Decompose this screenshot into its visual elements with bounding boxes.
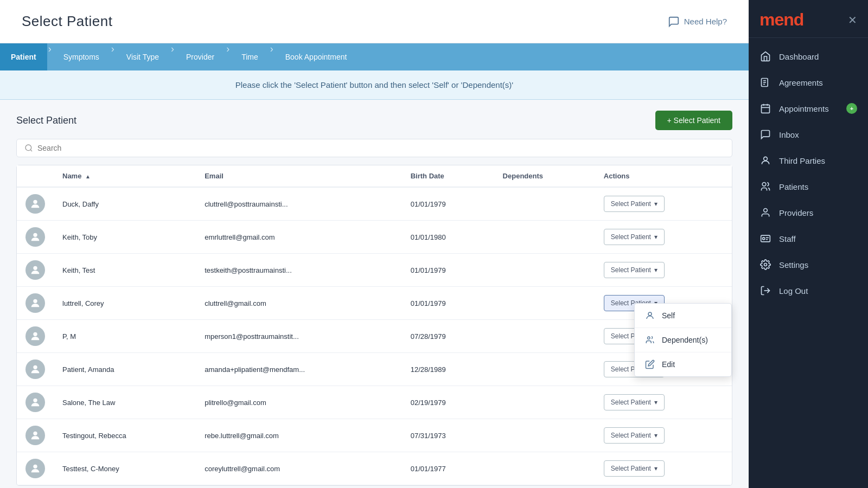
person-icon [644, 310, 655, 321]
step-time[interactable]: Time [231, 43, 269, 70]
search-icon [24, 144, 33, 152]
patient-name: P, M [54, 320, 196, 353]
avatar [25, 194, 45, 214]
dropdown-item-edit[interactable]: Edit [635, 352, 731, 376]
step-patient-label: Patient [11, 53, 36, 61]
main-content: Select Patient Need Help? Patient › Symp… [0, 0, 749, 488]
info-text: Please click the 'Select Patient' button… [235, 80, 513, 89]
appointments-badge: + [846, 103, 857, 114]
patient-birthdate: 01/01/1979 [402, 187, 494, 221]
step-symptoms[interactable]: Symptoms [53, 43, 110, 70]
patient-email: cluttrell@posttraumainsti... [196, 187, 402, 221]
dropdown-arrow-icon: ▾ [654, 200, 658, 208]
step-patient[interactable]: Patient [0, 43, 47, 70]
dropdown-arrow-icon: ▾ [654, 266, 658, 274]
svg-point-27 [33, 399, 37, 402]
sidebar-item-inbox[interactable]: Inbox [749, 121, 868, 147]
avatar [25, 260, 45, 280]
select-patient-button[interactable]: Select Patient ▾ [604, 196, 665, 212]
patient-email: amanda+plipatient@mendfam... [196, 353, 402, 386]
dropdown-item-dependents[interactable]: Dependent(s) [635, 328, 731, 352]
patient-dependents [494, 254, 595, 287]
sidebar-item-appointments[interactable]: Appointments + [749, 95, 868, 121]
dropdown-arrow-icon: ▾ [654, 233, 658, 241]
step-arrow-5: › [269, 43, 275, 70]
patient-name: Patient, Amanda [54, 353, 196, 386]
logo: mend [760, 10, 803, 30]
step-provider[interactable]: Provider [175, 43, 225, 70]
table-row: Salone, The Law plitrello@gmail.com 02/1… [17, 386, 732, 419]
patient-name: Keith, Test [54, 254, 196, 287]
dropdown-arrow-icon: ▾ [654, 465, 658, 472]
sidebar-item-staff[interactable]: Staff [749, 226, 868, 252]
sidebar-label-third-parties: Third Parties [779, 156, 857, 165]
patient-email: rebe.luttrell@gmail.com [196, 419, 402, 452]
content-area: Select Patient + Select Patient Name ▲ E [0, 100, 749, 488]
step-visit-type[interactable]: Visit Type [116, 43, 170, 70]
users-icon [760, 181, 771, 192]
select-patient-button[interactable]: Select Patient ▾ [604, 262, 665, 278]
sidebar-item-patients[interactable]: Patients [749, 174, 868, 200]
sidebar-item-providers[interactable]: Providers [749, 200, 868, 226]
patient-dependents [494, 353, 595, 386]
dropdown-item-self[interactable]: Self [635, 304, 731, 328]
patient-birthdate: 12/28/1989 [402, 353, 494, 386]
dropdown-arrow-icon: ▾ [654, 399, 658, 406]
dropdown-edit-label: Edit [662, 360, 675, 369]
section-title: Select Patient [16, 115, 76, 126]
calendar-icon [760, 102, 771, 114]
patient-name: Testingout, Rebecca [54, 419, 196, 452]
help-button[interactable]: Need Help? [668, 16, 727, 28]
step-book[interactable]: Book Appointment [275, 43, 358, 70]
svg-point-21 [33, 266, 37, 270]
patient-email: mperson1@posttraumainstit... [196, 320, 402, 353]
actions-cell: Select Patient ▾ [595, 452, 732, 485]
search-input[interactable] [37, 144, 724, 152]
avatar [25, 426, 45, 445]
top-bar: Select Patient Need Help? [0, 0, 749, 43]
sidebar-label-dashboard: Dashboard [779, 52, 857, 61]
actions-cell: Select Patient ▾ [595, 221, 732, 254]
sidebar-nav: Dashboard Agreements Appointments + Inbo… [749, 38, 868, 488]
patient-name: Duck, Daffy [54, 187, 196, 221]
sidebar-item-third-parties[interactable]: Third Parties [749, 147, 868, 174]
patient-email: testkeith@posttraumainsti... [196, 254, 402, 287]
col-email: Email [196, 165, 402, 187]
sidebar-item-logout[interactable]: Log Out [749, 278, 868, 304]
help-icon [668, 16, 680, 28]
select-patient-button[interactable]: Select Patient ▾ [604, 460, 665, 477]
select-patient-button[interactable]: Select Patient ▾ [604, 394, 665, 410]
svg-point-9 [762, 183, 766, 187]
dropdown-self-label: Self [662, 311, 675, 320]
col-name[interactable]: Name ▲ [54, 165, 196, 187]
patient-email: emrluttrell@gmail.com [196, 221, 402, 254]
avatar [25, 227, 45, 247]
sidebar-label-logout: Log Out [779, 286, 857, 296]
patient-birthdate: 01/01/1979 [402, 287, 494, 320]
patient-dependents [494, 287, 595, 320]
close-icon[interactable]: ✕ [848, 14, 857, 27]
patient-dependents [494, 452, 595, 485]
patient-name: Salone, The Law [54, 386, 196, 419]
select-patient-button[interactable]: Select Patient ▾ [604, 229, 665, 245]
col-birthdate: Birth Date [402, 165, 494, 187]
sidebar-item-agreements[interactable]: Agreements [749, 69, 868, 95]
sidebar-label-staff: Staff [779, 234, 857, 243]
svg-point-19 [33, 200, 37, 204]
patient-birthdate: 01/01/1979 [402, 254, 494, 287]
step-arrow-1: › [47, 43, 53, 70]
select-patient-dropdown: Self Dependent(s) [634, 303, 732, 377]
sidebar-item-settings[interactable]: Settings [749, 252, 868, 278]
select-patient-button[interactable]: Select Patient ▾ [604, 427, 665, 444]
add-patient-button[interactable]: + Select Patient [655, 111, 732, 130]
sidebar-item-dashboard[interactable]: Dashboard [749, 43, 868, 69]
sidebar-label-agreements: Agreements [779, 78, 857, 87]
patient-table: Name ▲ Email Birth Date Dependents Actio… [16, 165, 732, 486]
user-circle-icon [760, 155, 771, 166]
patient-email: plitrello@gmail.com [196, 386, 402, 419]
step-arrow-3: › [170, 43, 175, 70]
sidebar-label-patients: Patients [779, 182, 857, 191]
table-row: Duck, Daffy cluttrell@posttraumainsti...… [17, 187, 732, 221]
dropdown-arrow-icon: ▾ [654, 432, 658, 439]
patient-dependents [494, 320, 595, 353]
